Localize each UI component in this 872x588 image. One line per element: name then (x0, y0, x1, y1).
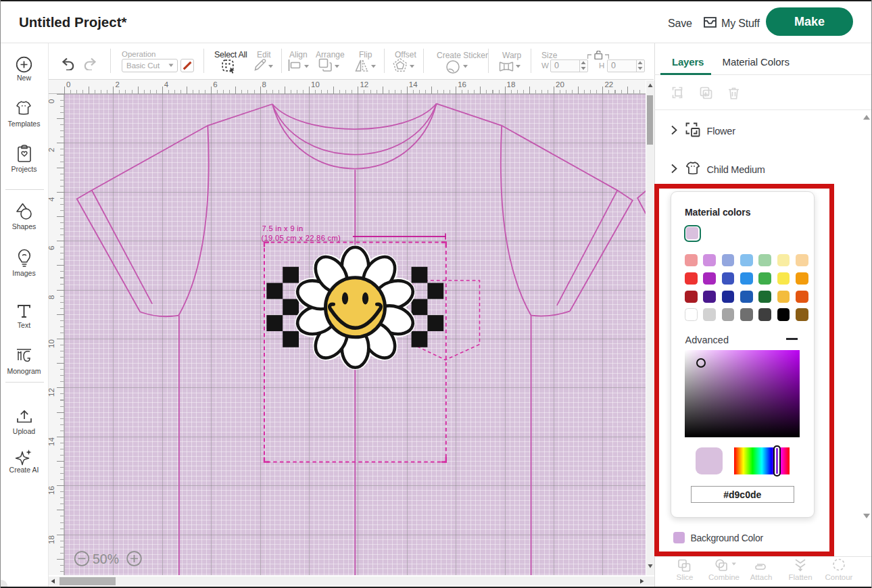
svg-text:7.5 in x 9 in: 7.5 in x 9 in (262, 224, 303, 232)
svg-text:Flatten: Flatten (788, 573, 812, 581)
svg-text:(19.05 cm x 22.86 cm): (19.05 cm x 22.86 cm) (261, 233, 341, 241)
svg-text:Slice: Slice (677, 573, 694, 581)
svg-text:Combine: Combine (708, 573, 740, 581)
svg-text:Contour: Contour (825, 573, 853, 581)
svg-text:50%: 50% (93, 552, 119, 566)
svg-text:Attach: Attach (750, 573, 773, 581)
